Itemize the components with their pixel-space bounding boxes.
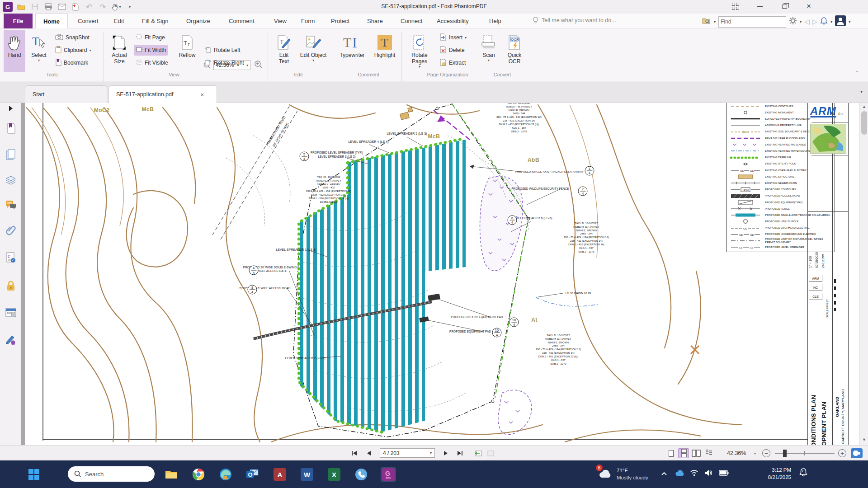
bookmark-button[interactable]: Bookmark [53, 57, 90, 68]
tab-view[interactable]: View [268, 14, 293, 28]
page-number-box[interactable]: 4 / 203▾ [380, 448, 435, 458]
fit-visible-button[interactable]: Fit Visible [134, 57, 170, 68]
security-panel-icon[interactable] [5, 280, 16, 291]
signature-panel-icon[interactable]: e [5, 252, 16, 263]
layout-grid-icon[interactable] [730, 2, 741, 11]
tab-home[interactable]: Home [35, 14, 68, 28]
bell-icon[interactable] [820, 17, 828, 27]
close-button[interactable]: × [803, 2, 815, 11]
tab-file[interactable]: File [4, 14, 33, 28]
facing-view-icon[interactable] [691, 448, 702, 458]
taskbar-search[interactable]: Search [68, 466, 155, 482]
rotate-right-button[interactable]: Rotate Right [203, 57, 246, 68]
zoom-out-button[interactable]: − [762, 449, 770, 457]
scan-button[interactable]: Scan▾ [477, 30, 500, 72]
find-box[interactable] [718, 16, 786, 28]
assistant-hint[interactable]: Tell me what you want to do... [533, 16, 616, 24]
expand-panel-icon[interactable] [5, 103, 16, 114]
continuous-facing-view-icon[interactable] [703, 448, 714, 458]
chrome-icon[interactable] [191, 467, 206, 482]
zoom-slider-thumb[interactable] [783, 450, 787, 457]
fullscreen-button[interactable] [851, 448, 863, 460]
quick-ocr-button[interactable]: OCR Quick OCR [503, 30, 526, 72]
comments-panel-icon[interactable] [5, 200, 16, 211]
digital-signatures-panel-icon[interactable] [5, 334, 16, 345]
outlook-icon[interactable]: O [245, 467, 260, 482]
find-input[interactable] [721, 19, 791, 25]
hand-button[interactable]: Hand [4, 30, 25, 72]
scroll-up-icon[interactable]: ▲ [861, 104, 867, 109]
tab-comment[interactable]: Comment [222, 14, 260, 28]
edge-icon[interactable] [218, 467, 233, 482]
fit-width-button[interactable]: Fit Width [134, 45, 168, 56]
layers-panel-icon[interactable] [5, 174, 16, 185]
tab-edit[interactable]: Edit [108, 14, 130, 28]
clock[interactable]: 3:12 PM8/21/2025 [741, 467, 791, 481]
search-folder-icon[interactable] [702, 17, 711, 26]
scroll-down-icon[interactable]: ▼ [861, 437, 867, 442]
clipboard-button[interactable]: Clipboard▾ [53, 45, 93, 56]
word-icon[interactable]: W [299, 467, 315, 482]
rotate-pages-button[interactable]: Rotate Pages▾ [405, 30, 434, 72]
foxit-icon[interactable]: GPDF [381, 467, 396, 482]
onedrive-icon[interactable] [675, 469, 684, 478]
zoom-percentage[interactable]: 42.36% [727, 450, 746, 456]
avatar[interactable] [835, 15, 846, 28]
pages-panel-icon[interactable] [5, 149, 16, 160]
minimize-button[interactable] [754, 2, 766, 11]
actual-size-button[interactable]: Actual Size [107, 30, 132, 72]
close-tab-icon[interactable]: × [200, 91, 204, 98]
restore-button[interactable] [778, 2, 790, 11]
insert-button[interactable]: Insert▾ [438, 32, 468, 43]
typewriter-button[interactable]: TI Typewriter [335, 30, 369, 72]
previous-view-icon[interactable] [474, 449, 483, 459]
rotate-left-button[interactable]: Rotate Left [203, 45, 242, 56]
last-page-button[interactable] [458, 449, 462, 457]
tab-share[interactable]: Share [361, 14, 389, 28]
edit-object-button[interactable]: Edit Object▾ [299, 30, 327, 72]
next-page-button[interactable] [444, 449, 448, 457]
single-page-view-icon[interactable] [665, 448, 676, 458]
snapshot-button[interactable]: SnapShot [53, 32, 91, 43]
tab-form[interactable]: Form [295, 14, 321, 28]
file-explorer-icon[interactable] [164, 467, 179, 482]
tab-connect[interactable]: Connect [394, 14, 429, 28]
gear-icon[interactable] [789, 17, 797, 27]
delete-button[interactable]: Delete [438, 45, 467, 56]
scrollbar-thumb[interactable] [861, 111, 867, 135]
tab-document[interactable]: SE-517-application.pdf× [108, 85, 217, 103]
start-button[interactable] [26, 467, 42, 482]
tray-chevron-icon[interactable] [661, 469, 667, 478]
wifi-icon[interactable] [690, 469, 698, 478]
zoom-in-ribbon-icon[interactable] [254, 60, 263, 70]
edit-text-button[interactable]: T Edit Text [271, 30, 297, 72]
prev-view-icon[interactable]: ◁ [804, 18, 810, 26]
tab-organize[interactable]: Organize [180, 14, 217, 28]
tab-start[interactable]: Start [25, 85, 107, 103]
highlight-button[interactable]: T Highlight [371, 30, 399, 72]
continuous-view-icon[interactable] [678, 448, 689, 458]
tab-fill-sign[interactable]: Fill & Sign [136, 14, 175, 28]
collapse-ribbon-icon[interactable]: ⌃ [855, 70, 859, 75]
fit-page-button[interactable]: Fit Page [134, 32, 167, 43]
vertical-scrollbar[interactable]: ▲ ▼ [859, 103, 868, 445]
tab-protect[interactable]: Protect [325, 14, 356, 28]
notifications-bell-icon[interactable]: z [799, 468, 807, 479]
battery-icon[interactable] [719, 469, 729, 478]
tab-help[interactable]: Help [483, 14, 508, 28]
previous-page-button[interactable] [367, 449, 371, 457]
access-icon[interactable]: A [272, 467, 288, 482]
first-page-button[interactable] [352, 449, 357, 457]
attachments-panel-icon[interactable] [5, 225, 16, 236]
next-view-icon[interactable]: ▷ [812, 18, 818, 26]
extract-button[interactable]: Extract [438, 57, 467, 68]
weather-widget[interactable]: 6 71°FMostly cloudy [598, 467, 648, 482]
tab-accessibility[interactable]: Accessibility [430, 14, 475, 28]
bookmarks-panel-icon[interactable] [5, 123, 16, 134]
fields-panel-icon[interactable] [5, 307, 16, 318]
skype-icon[interactable] [354, 467, 369, 482]
excel-icon[interactable]: X [326, 467, 342, 482]
tab-list-dropdown-icon[interactable]: ▾ [860, 89, 863, 94]
tab-convert[interactable]: Convert [71, 14, 105, 28]
select-button[interactable]: T Select▾ [27, 30, 51, 72]
